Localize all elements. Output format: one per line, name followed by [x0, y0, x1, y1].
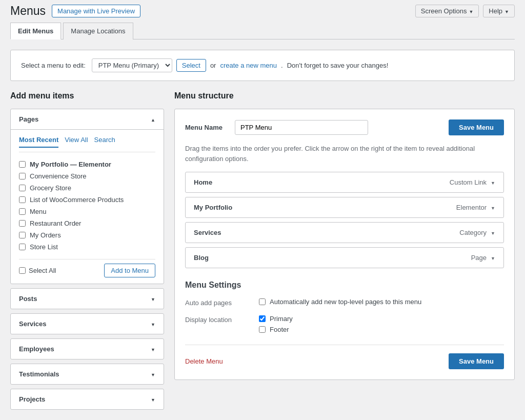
display-location-label: Display location [185, 315, 247, 336]
menu-name-input[interactable] [235, 120, 368, 135]
chevron-down-icon[interactable] [491, 254, 495, 262]
page-label-7[interactable]: Store List [30, 243, 58, 251]
posts-accordion-header[interactable]: Posts [11, 289, 164, 309]
primary-location-text: Primary [270, 315, 293, 323]
primary-location-checkbox[interactable] [259, 315, 266, 322]
menu-select-button[interactable]: Select [176, 59, 206, 72]
select-all-label[interactable]: Select All [19, 267, 56, 274]
menu-item-type: Category [459, 229, 487, 236]
menu-structure-title: Menu structure [174, 91, 515, 101]
menu-item-type-right: Custom Link [450, 178, 495, 186]
page-label-3[interactable]: List of WooCommerce Products [30, 196, 124, 204]
list-item: My Portfolio — Elementor [19, 158, 155, 170]
pages-list: My Portfolio — Elementor Convenience Sto… [19, 158, 155, 253]
pages-accordion-label: Pages [19, 115, 38, 123]
employees-accordion-header[interactable]: Employees [11, 339, 164, 359]
page-label-4[interactable]: Menu [30, 208, 47, 215]
create-new-menu-link[interactable]: create a new menu [220, 62, 277, 69]
page-label-0[interactable]: My Portfolio — Elementor [30, 161, 111, 168]
tab-most-recent[interactable]: Most Recent [19, 136, 58, 148]
page-checkbox-1[interactable] [19, 173, 26, 179]
help-button[interactable]: Help [483, 5, 515, 17]
page-checkbox-2[interactable] [19, 185, 26, 191]
menu-item-type: Page [471, 254, 487, 262]
testimonials-accordion-header[interactable]: Testimonials [11, 364, 164, 384]
select-all-row: Select All Add to Menu [19, 259, 155, 277]
menu-structure-panel: Menu Name Save Menu Drag the items into … [174, 109, 515, 380]
tab-manage-locations[interactable]: Manage Locations [63, 23, 133, 39]
page-checkbox-4[interactable] [19, 208, 26, 215]
chevron-down-icon [151, 395, 155, 403]
live-preview-button[interactable]: Manage with Live Preview [52, 5, 140, 17]
services-accordion-label: Services [19, 320, 47, 328]
chevron-down-icon [504, 7, 509, 15]
drag-hint: Drag the items into the order you prefer… [185, 144, 504, 164]
screen-options-button[interactable]: Screen Options [415, 5, 479, 17]
footer-location-checkbox[interactable] [259, 326, 266, 333]
save-menu-button-top[interactable]: Save Menu [449, 119, 504, 135]
add-menu-items-title: Add menu items [10, 91, 164, 101]
tab-bar: Edit Menus Manage Locations [10, 22, 515, 39]
chevron-down-icon [469, 7, 473, 15]
page-label-1[interactable]: Convenience Store [30, 172, 87, 180]
list-item: Store List [19, 241, 155, 253]
auto-add-pages-checkbox-label[interactable]: Automatically add new top-level pages to… [259, 298, 421, 306]
save-reminder: Don't forget to save your changes! [287, 62, 389, 69]
save-menu-button-bottom[interactable]: Save Menu [449, 353, 504, 369]
pages-accordion: Pages Most Recent View All Search My Por… [10, 109, 164, 284]
menu-item-name: Home [194, 178, 212, 186]
page-checkbox-5[interactable] [19, 220, 26, 227]
page-checkbox-6[interactable] [19, 232, 26, 238]
chevron-down-icon[interactable] [491, 229, 495, 236]
menu-name-row: Menu Name Save Menu [185, 119, 504, 135]
page-checkbox-3[interactable] [19, 196, 26, 203]
employees-accordion-label: Employees [19, 345, 54, 353]
add-to-menu-button[interactable]: Add to Menu [104, 264, 155, 277]
menu-item-name: Blog [194, 254, 209, 262]
tab-edit-menus[interactable]: Edit Menus [10, 23, 61, 39]
menu-footer: Delete Menu Save Menu [185, 345, 504, 369]
chevron-down-icon [151, 320, 155, 328]
page-label-6[interactable]: My Orders [30, 231, 61, 239]
tab-view-all[interactable]: View All [65, 136, 88, 148]
primary-location-label[interactable]: Primary [259, 315, 293, 323]
chevron-up-icon [151, 115, 155, 123]
page-label-2[interactable]: Grocery Store [30, 184, 71, 192]
employees-accordion: Employees [10, 338, 164, 359]
menu-item-home[interactable]: Home Custom Link [185, 172, 504, 193]
testimonials-accordion-label: Testimonials [19, 370, 59, 378]
menu-item-services[interactable]: Services Category [185, 222, 504, 243]
list-item: Grocery Store [19, 182, 155, 194]
projects-accordion-header[interactable]: Projects [11, 389, 164, 409]
services-accordion: Services [10, 313, 164, 334]
testimonials-accordion: Testimonials [10, 364, 164, 385]
menu-item-portfolio[interactable]: My Portfolio Elementor [185, 197, 504, 218]
chevron-down-icon [151, 295, 155, 303]
projects-accordion-label: Projects [19, 395, 45, 403]
chevron-down-icon[interactable] [491, 178, 495, 186]
delete-menu-link[interactable]: Delete Menu [185, 357, 223, 365]
chevron-down-icon[interactable] [491, 204, 495, 211]
menu-settings-title: Menu Settings [185, 281, 504, 290]
menu-settings: Menu Settings Auto add pages Automatical… [185, 281, 504, 336]
menu-item-type: Custom Link [450, 178, 487, 186]
auto-add-pages-checkbox[interactable] [259, 298, 266, 305]
page-checkbox-7[interactable] [19, 244, 26, 250]
tab-search[interactable]: Search [94, 136, 115, 148]
pages-tab-row: Most Recent View All Search [19, 136, 155, 152]
or-text: or [210, 62, 216, 69]
menu-item-type-right: Elementor [456, 204, 495, 211]
posts-accordion: Posts [10, 288, 164, 309]
display-location-value: Primary Footer [259, 315, 293, 336]
list-item: Menu [19, 206, 155, 217]
list-item: Restaurant Order [19, 217, 155, 229]
select-all-checkbox[interactable] [19, 267, 26, 274]
pages-accordion-header[interactable]: Pages [11, 109, 164, 130]
services-accordion-header[interactable]: Services [11, 314, 164, 334]
footer-location-label[interactable]: Footer [259, 326, 293, 333]
menu-item-blog[interactable]: Blog Page [185, 247, 504, 268]
menu-select-dropdown[interactable]: PTP Menu (Primary) [92, 58, 172, 72]
page-label-5[interactable]: Restaurant Order [30, 219, 81, 227]
page-checkbox-0[interactable] [19, 161, 26, 168]
auto-add-pages-text: Automatically add new top-level pages to… [270, 298, 421, 306]
